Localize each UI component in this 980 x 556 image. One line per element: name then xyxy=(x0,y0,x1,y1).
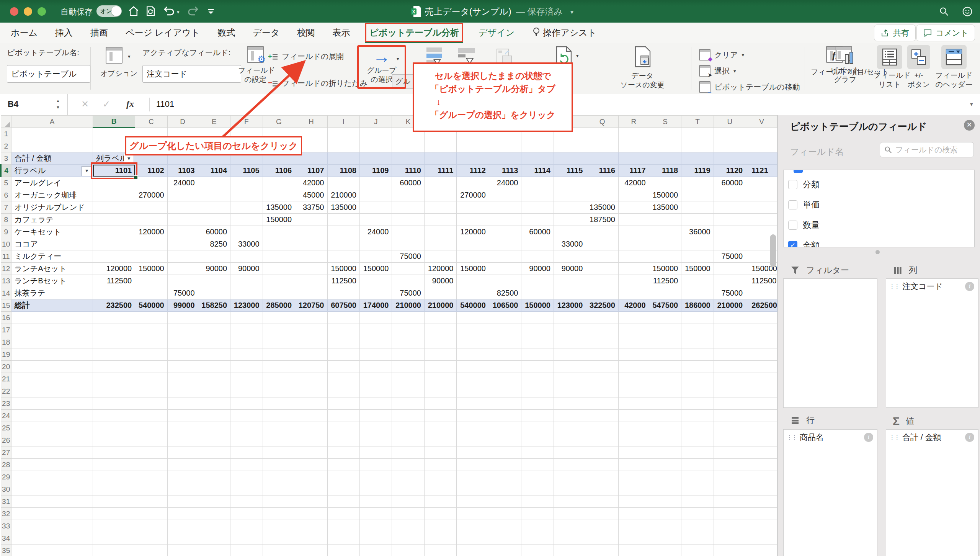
cell-J29[interactable] xyxy=(359,471,392,483)
cell-J15[interactable]: 174000 xyxy=(359,299,392,312)
selected-cell-B4[interactable]: 1101 xyxy=(93,165,135,177)
cell-S19[interactable] xyxy=(649,348,681,361)
cell-G25[interactable] xyxy=(263,422,295,434)
cell-U25[interactable] xyxy=(714,422,746,434)
cell-L6[interactable] xyxy=(424,189,456,201)
cell-M15[interactable]: 540000 xyxy=(457,299,489,312)
cell-E27[interactable] xyxy=(198,446,230,459)
cell-A34[interactable] xyxy=(11,532,93,545)
cell-Q27[interactable] xyxy=(586,446,618,459)
cell-L33[interactable] xyxy=(424,520,456,532)
cell-T17[interactable] xyxy=(681,324,714,336)
cell-U23[interactable] xyxy=(714,397,746,410)
column-header-R[interactable]: R xyxy=(618,116,649,128)
cell-S29[interactable] xyxy=(649,471,681,483)
cell-R1[interactable] xyxy=(618,128,649,140)
cell-V1[interactable] xyxy=(746,128,777,140)
cell-F27[interactable] xyxy=(230,446,263,459)
cell-E25[interactable] xyxy=(198,422,230,434)
cell-G28[interactable] xyxy=(263,459,295,471)
cell-P30[interactable] xyxy=(554,483,586,495)
row-filter-dropdown[interactable]: ▼ xyxy=(82,166,92,176)
cell-U18[interactable] xyxy=(714,336,746,348)
cell-P5[interactable] xyxy=(554,177,586,189)
cell-I30[interactable] xyxy=(327,483,359,495)
cell-I3[interactable] xyxy=(327,152,359,165)
cell-K8[interactable] xyxy=(392,214,424,226)
cell-O20[interactable] xyxy=(521,361,554,373)
cell-L17[interactable] xyxy=(424,324,456,336)
cell-M18[interactable] xyxy=(457,336,489,348)
cell-A7[interactable]: オリジナルブレンド xyxy=(11,201,93,214)
cell-G14[interactable] xyxy=(263,287,295,299)
cell-F7[interactable] xyxy=(230,201,263,214)
cell-O9[interactable]: 60000 xyxy=(521,226,554,238)
row-header-28[interactable]: 28 xyxy=(1,459,11,471)
cell-O23[interactable] xyxy=(521,397,554,410)
cell-N20[interactable] xyxy=(489,361,521,373)
share-button[interactable]: 共有 xyxy=(874,25,916,41)
change-data-source-button[interactable]: データソースの変更 xyxy=(616,46,669,90)
cell-D18[interactable] xyxy=(167,336,198,348)
cell-L11[interactable] xyxy=(424,250,456,263)
cell-T23[interactable] xyxy=(681,397,714,410)
cell-J12[interactable]: 150000 xyxy=(359,263,392,275)
cell-P35[interactable] xyxy=(554,545,586,556)
cell-M34[interactable] xyxy=(457,532,489,545)
cell-C5[interactable] xyxy=(135,177,167,189)
cell-H27[interactable] xyxy=(295,446,327,459)
cell-B15[interactable]: 232500 xyxy=(93,299,135,312)
cell-A16[interactable] xyxy=(11,312,93,324)
cell-A19[interactable] xyxy=(11,348,93,361)
row-header-15[interactable]: 15 xyxy=(1,299,11,312)
cell-J30[interactable] xyxy=(359,483,392,495)
cell-O25[interactable] xyxy=(521,422,554,434)
cell-I34[interactable] xyxy=(327,532,359,545)
cell-J26[interactable] xyxy=(359,434,392,446)
cell-V26[interactable] xyxy=(746,434,777,446)
cell-V35[interactable] xyxy=(746,545,777,556)
cell-V14[interactable] xyxy=(746,287,777,299)
cell-G35[interactable] xyxy=(263,545,295,556)
cell-H20[interactable] xyxy=(295,361,327,373)
cell-T32[interactable] xyxy=(681,508,714,520)
cell-D16[interactable] xyxy=(167,312,198,324)
rows-area-item[interactable]: ⋮⋮ 商品名 i xyxy=(784,430,877,445)
active-field-input[interactable]: 注文コード xyxy=(142,65,241,83)
cell-A29[interactable] xyxy=(11,471,93,483)
cell-Q7[interactable]: 135000 xyxy=(586,201,618,214)
cell-A10[interactable]: ココア xyxy=(11,238,93,250)
cell-C28[interactable] xyxy=(135,459,167,471)
cell-M32[interactable] xyxy=(457,508,489,520)
cell-O24[interactable] xyxy=(521,410,554,422)
cell-N28[interactable] xyxy=(489,459,521,471)
cell-G16[interactable] xyxy=(263,312,295,324)
field-headers-toggle[interactable]: フィールドのヘッダー xyxy=(934,45,974,89)
cell-F4[interactable]: 1105 xyxy=(230,165,263,177)
cell-V24[interactable] xyxy=(746,410,777,422)
cell-D13[interactable] xyxy=(167,275,198,287)
cell-K15[interactable]: 210000 xyxy=(392,299,424,312)
column-header-C[interactable]: C xyxy=(135,116,167,128)
cell-U14[interactable]: 75000 xyxy=(714,287,746,299)
cell-E4[interactable]: 1104 xyxy=(198,165,230,177)
cell-P14[interactable] xyxy=(554,287,586,299)
row-header-23[interactable]: 23 xyxy=(1,397,11,410)
cell-T28[interactable] xyxy=(681,459,714,471)
cell-V21[interactable] xyxy=(746,373,777,385)
cell-F28[interactable] xyxy=(230,459,263,471)
cell-H11[interactable] xyxy=(295,250,327,263)
cell-L10[interactable] xyxy=(424,238,456,250)
cell-I13[interactable]: 112500 xyxy=(327,275,359,287)
cell-Q34[interactable] xyxy=(586,532,618,545)
cell-I11[interactable] xyxy=(327,250,359,263)
cell-R32[interactable] xyxy=(618,508,649,520)
cell-N15[interactable]: 106500 xyxy=(489,299,521,312)
cell-N26[interactable] xyxy=(489,434,521,446)
cell-Q28[interactable] xyxy=(586,459,618,471)
cell-D5[interactable]: 24000 xyxy=(167,177,198,189)
cell-S35[interactable] xyxy=(649,545,681,556)
cell-U35[interactable] xyxy=(714,545,746,556)
cell-I17[interactable] xyxy=(327,324,359,336)
cell-S1[interactable] xyxy=(649,128,681,140)
